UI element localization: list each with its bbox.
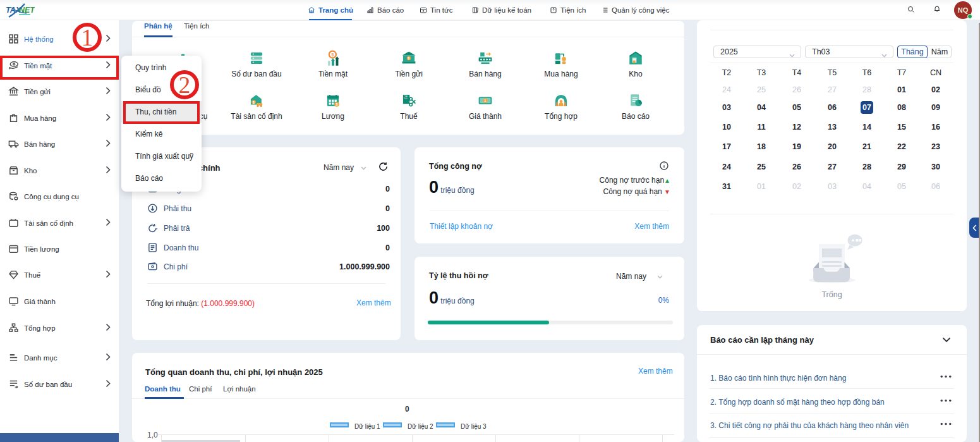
svg-text:Tax: Tax (404, 95, 408, 99)
svg-text:1: 1 (485, 99, 487, 102)
svg-text:$: $ (253, 101, 255, 104)
svg-text:$: $ (331, 52, 334, 58)
svg-text:$: $ (408, 56, 410, 60)
